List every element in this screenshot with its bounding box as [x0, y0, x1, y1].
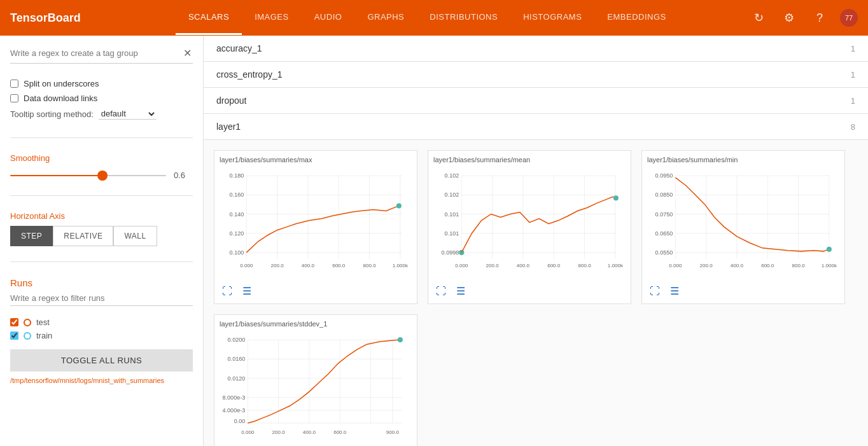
- svg-text:600.0: 600.0: [333, 429, 347, 435]
- chart-card-stddev: layer1/biases/summaries/stddev_1 0.0200 …: [214, 314, 417, 446]
- svg-text:200.0: 200.0: [486, 263, 500, 268]
- svg-text:0.120: 0.120: [230, 230, 244, 237]
- chart-actions-min: ⛶ ☰: [647, 284, 839, 298]
- chart-svg-min: 0.0950 0.0850 0.0750 0.0650 0.0550: [647, 166, 839, 281]
- svg-text:400.0: 400.0: [302, 263, 315, 268]
- data-download-checkbox[interactable]: [10, 94, 18, 102]
- tooltip-sorting-row: Tooltip sorting method: default ascendin…: [10, 108, 193, 120]
- svg-text:0.101: 0.101: [445, 230, 459, 237]
- axis-relative-button[interactable]: RELATIVE: [53, 226, 113, 246]
- expand-chart-mean-button[interactable]: ⛶: [433, 284, 449, 298]
- svg-text:0.140: 0.140: [230, 211, 244, 218]
- svg-text:0.0120: 0.0120: [228, 375, 246, 382]
- nav-item-distributions[interactable]: DISTRIBUTIONS: [417, 1, 510, 35]
- menu-chart-min-button[interactable]: ☰: [668, 284, 682, 298]
- svg-text:0.0160: 0.0160: [228, 356, 246, 363]
- runs-label: Runs: [10, 277, 193, 288]
- svg-text:600.0: 600.0: [761, 263, 774, 268]
- chart-title-mean: layer1/biases/summaries/mean: [433, 156, 626, 164]
- nav-item-images[interactable]: IMAGES: [242, 1, 302, 35]
- tag-group-accuracy-name: accuracy_1: [216, 43, 262, 53]
- axis-step-button[interactable]: STEP: [10, 226, 53, 246]
- chart-card-max: layer1/biases/summaries/max 0.180 0.160 …: [214, 150, 417, 304]
- run-train-label: train: [36, 331, 52, 340]
- svg-text:800.0: 800.0: [578, 263, 591, 268]
- run-test-label: test: [36, 317, 50, 327]
- run-test-checkbox[interactable]: [10, 318, 18, 326]
- svg-text:800.0: 800.0: [792, 263, 805, 268]
- svg-text:0.0550: 0.0550: [655, 249, 673, 256]
- settings-button[interactable]: ⚙: [779, 8, 799, 28]
- svg-text:400.0: 400.0: [731, 263, 744, 268]
- nav-item-audio[interactable]: AUDIO: [302, 1, 355, 35]
- header-icons: ↻ ⚙ ? 77: [748, 8, 858, 28]
- svg-text:0.000: 0.000: [455, 263, 468, 268]
- svg-point-40: [613, 195, 619, 200]
- app-logo: TensorBoard: [10, 11, 81, 25]
- split-underscores-checkbox[interactable]: [10, 80, 18, 88]
- help-button[interactable]: ?: [809, 8, 830, 28]
- svg-point-39: [459, 250, 464, 255]
- axis-buttons: STEP RELATIVE WALL: [10, 226, 193, 246]
- nav-item-graphs[interactable]: GRAPHS: [354, 1, 417, 35]
- svg-text:0.00: 0.00: [234, 418, 246, 424]
- chart-title-max: layer1/biases/summaries/max: [220, 156, 412, 164]
- tag-regex-row: ✕: [10, 46, 193, 64]
- chart-svg-stddev: 0.0200 0.0160 0.0120 8.000e-3 4.000e-3 0…: [220, 330, 412, 445]
- nav-item-scalars[interactable]: SCALARS: [176, 1, 242, 35]
- clear-regex-button[interactable]: ✕: [182, 46, 193, 60]
- tag-regex-input[interactable]: [10, 48, 182, 58]
- runs-filter-input[interactable]: [10, 293, 193, 306]
- menu-chart-mean-button[interactable]: ☰: [454, 284, 468, 298]
- tag-group-layer1-name: layer1: [216, 122, 241, 132]
- tag-group-dropout[interactable]: dropout 1: [204, 88, 868, 114]
- run-train-checkbox[interactable]: [10, 331, 18, 340]
- main-nav: SCALARSIMAGESAUDIOGRAPHSDISTRIBUTIONSHIS…: [106, 1, 748, 35]
- svg-text:0.0200: 0.0200: [228, 337, 246, 343]
- data-download-row: Data download links: [10, 94, 193, 103]
- tag-group-cross-entropy[interactable]: cross_entropy_1 1: [204, 62, 868, 88]
- svg-point-88: [398, 337, 403, 342]
- options-section: Split on underscores Data download links…: [10, 74, 193, 122]
- axis-wall-button[interactable]: WALL: [113, 226, 157, 246]
- split-underscores-label: Split on underscores: [24, 79, 99, 88]
- svg-text:600.0: 600.0: [547, 263, 561, 268]
- svg-point-63: [827, 247, 832, 252]
- svg-text:0.160: 0.160: [230, 192, 244, 198]
- tag-group-layer1[interactable]: layer1 8: [204, 114, 868, 140]
- svg-text:200.0: 200.0: [272, 429, 286, 435]
- nav-item-embeddings[interactable]: EMBEDDINGS: [594, 1, 678, 35]
- divider-2: [10, 195, 193, 196]
- expand-chart-max-button[interactable]: ⛶: [220, 284, 235, 298]
- split-underscores-row: Split on underscores: [10, 79, 193, 88]
- smoothing-label: Smoothing: [10, 153, 193, 163]
- svg-text:1.000k: 1.000k: [393, 263, 409, 268]
- menu-chart-max-button[interactable]: ☰: [240, 284, 254, 298]
- tooltip-sorting-select[interactable]: default ascending descending nearest: [99, 108, 157, 120]
- expand-chart-min-button[interactable]: ⛶: [647, 284, 662, 298]
- chart-area-min: 0.0950 0.0850 0.0750 0.0650 0.0550: [647, 166, 839, 281]
- svg-text:0.102: 0.102: [445, 192, 459, 198]
- smoothing-slider[interactable]: [10, 175, 166, 176]
- chart-area-stddev: 0.0200 0.0160 0.0120 8.000e-3 4.000e-3 0…: [220, 330, 412, 445]
- svg-text:0.0650: 0.0650: [655, 230, 673, 237]
- svg-text:600.0: 600.0: [332, 263, 346, 268]
- tag-regex-section: ✕: [10, 46, 193, 64]
- user-button[interactable]: 77: [840, 9, 858, 27]
- tag-group-cross-entropy-count: 1: [851, 70, 855, 80]
- sidebar: ✕ Split on underscores Data download lin…: [0, 36, 204, 446]
- divider-3: [10, 261, 193, 262]
- toggle-all-button[interactable]: TOGGLE ALL RUNS: [10, 349, 193, 372]
- chart-area-max: 0.180 0.160 0.140 0.120 0.100: [220, 166, 412, 281]
- refresh-button[interactable]: ↻: [748, 8, 769, 28]
- svg-text:200.0: 200.0: [271, 263, 284, 268]
- nav-item-histograms[interactable]: HISTOGRAMS: [510, 1, 594, 35]
- svg-text:400.0: 400.0: [303, 429, 316, 435]
- runs-list: test train: [10, 314, 193, 344]
- tag-group-accuracy[interactable]: accuracy_1 1: [204, 36, 868, 62]
- tag-group-layer1-count: 8: [851, 122, 855, 132]
- svg-text:200.0: 200.0: [700, 263, 713, 268]
- smoothing-row: 0.6: [10, 171, 193, 180]
- svg-text:0.000: 0.000: [240, 263, 253, 268]
- svg-text:0.000: 0.000: [241, 429, 255, 435]
